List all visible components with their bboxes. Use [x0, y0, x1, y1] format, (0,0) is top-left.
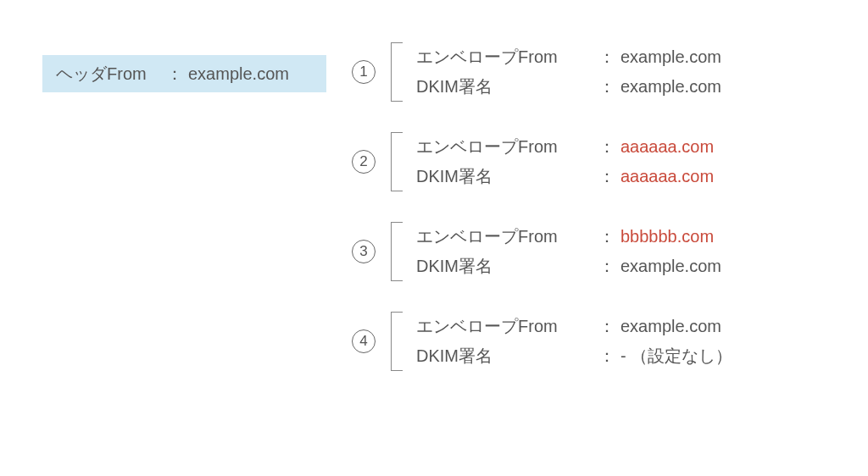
header-from-colon: ：: [166, 63, 183, 86]
field-colon: ：: [598, 225, 615, 248]
field-colon: ：: [598, 46, 615, 69]
dkim-label: DKIM署名: [416, 345, 598, 368]
envelope-from-label: エンベロープFrom: [416, 46, 598, 69]
case-number-icon: 4: [352, 329, 376, 353]
envelope-from-value: bbbbbb.com: [620, 227, 714, 246]
bracket-icon: [391, 42, 403, 102]
case-row: 2エンベロープFrom：aaaaaa.comDKIM署名：aaaaaa.com: [352, 132, 826, 191]
envelope-from-row: エンベロープFrom：bbbbbb.com: [416, 225, 721, 248]
dkim-row: DKIM署名：aaaaaa.com: [416, 165, 714, 188]
case-content: エンベロープFrom：example.comDKIM署名： - （設定なし）: [416, 312, 732, 371]
dkim-value: - （設定なし）: [620, 345, 732, 368]
case-content: エンベロープFrom：example.comDKIM署名：example.com: [416, 42, 721, 102]
envelope-from-label: エンベロープFrom: [416, 225, 598, 248]
field-colon: ：: [598, 315, 615, 338]
case-content: エンベロープFrom：aaaaaa.comDKIM署名：aaaaaa.com: [416, 132, 714, 191]
dkim-value: aaaaaa.com: [620, 167, 714, 186]
dkim-row: DKIM署名：example.com: [416, 75, 721, 98]
bracket-icon: [391, 312, 403, 371]
header-from-value: example.com: [188, 64, 289, 84]
header-from-box: ヘッダFrom ： example.com: [42, 55, 326, 92]
envelope-from-value: example.com: [620, 47, 721, 67]
envelope-from-value: aaaaaa.com: [620, 137, 714, 157]
field-colon: ：: [598, 345, 615, 368]
field-colon: ：: [598, 165, 615, 188]
dkim-label: DKIM署名: [416, 165, 598, 188]
header-from-label: ヘッダFrom: [56, 63, 166, 86]
dkim-value: example.com: [620, 77, 721, 97]
case-content: エンベロープFrom：bbbbbb.comDKIM署名：example.com: [416, 222, 721, 281]
case-number-icon: 3: [352, 240, 376, 263]
field-colon: ：: [598, 75, 615, 98]
envelope-from-label: エンベロープFrom: [416, 315, 598, 338]
envelope-from-row: エンベロープFrom：example.com: [416, 46, 721, 69]
envelope-from-label: エンベロープFrom: [416, 136, 598, 158]
dkim-label: DKIM署名: [416, 75, 598, 98]
dkim-label: DKIM署名: [416, 255, 598, 278]
case-row: 3エンベロープFrom：bbbbbb.comDKIM署名：example.com: [352, 222, 826, 281]
field-colon: ：: [598, 136, 615, 158]
dkim-row: DKIM署名： - （設定なし）: [416, 345, 732, 368]
case-row: 1エンベロープFrom：example.comDKIM署名：example.co…: [352, 42, 826, 102]
bracket-icon: [391, 222, 403, 281]
case-row: 4エンベロープFrom：example.comDKIM署名： - （設定なし）: [352, 312, 826, 371]
dkim-row: DKIM署名：example.com: [416, 255, 721, 278]
case-number-icon: 2: [352, 150, 376, 174]
envelope-from-row: エンベロープFrom：example.com: [416, 315, 732, 338]
cases-container: 1エンベロープFrom：example.comDKIM署名：example.co…: [352, 42, 826, 401]
bracket-icon: [391, 132, 403, 191]
envelope-from-value: example.com: [620, 317, 721, 336]
envelope-from-row: エンベロープFrom：aaaaaa.com: [416, 136, 714, 158]
field-colon: ：: [598, 255, 615, 278]
case-number-icon: 1: [352, 60, 376, 84]
dkim-value: example.com: [620, 257, 721, 276]
